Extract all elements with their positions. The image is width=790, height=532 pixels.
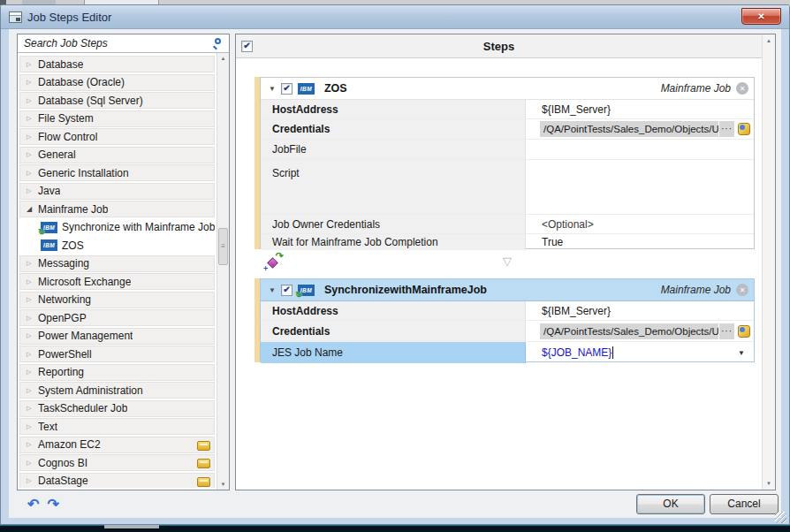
tree-scrollbar[interactable]: ▲ ▼ [216, 53, 229, 490]
expander-icon[interactable]: ▷ [27, 79, 38, 86]
expander-icon[interactable]: ▷ [27, 369, 38, 376]
scroll-up-icon[interactable]: ▲ [217, 56, 229, 61]
expander-icon[interactable]: ▷ [27, 170, 38, 177]
sidebar-item-networking[interactable]: ▷Networking [19, 292, 215, 308]
sidebar-item-taskscheduler-job[interactable]: ▷TaskScheduler Job [19, 400, 215, 417]
tree-scrollbar-thumb[interactable] [218, 228, 228, 265]
redo-button[interactable]: ↷ [47, 497, 58, 513]
expander-icon[interactable]: ▷ [27, 133, 38, 141]
property-value-field[interactable]: /QA/PointTests/Sales_Demo/Objects/UserAc… [526, 119, 754, 139]
sidebar-item-power-management[interactable]: ▷Power Management [19, 328, 215, 345]
property-value-field[interactable]: /QA/PointTests/Sales_Demo/Objects/UserAc… [526, 321, 754, 341]
step-enabled-checkbox[interactable]: ✔ [281, 285, 292, 296]
expander-icon[interactable]: ◢ [27, 205, 38, 213]
collapse-step-icon[interactable]: ▼ [269, 286, 276, 294]
step-enabled-checkbox[interactable]: ✔ [281, 83, 292, 95]
property-value-field[interactable]: True [526, 234, 754, 250]
undo-button[interactable]: ↶ [27, 497, 39, 513]
sidebar-item-general[interactable]: ▷General [19, 147, 215, 163]
sidebar-item-mainframe-job[interactable]: ◢Mainframe Job [19, 201, 215, 217]
sidebar-item-text[interactable]: ▷Text [19, 418, 215, 435]
dropdown-arrow-icon[interactable]: ▼ [738, 349, 750, 357]
sidebar-item-microsoft-exchange[interactable]: ▷Microsoft Exchange [19, 273, 215, 290]
resize-grip[interactable] [775, 512, 786, 523]
credentials-path-field[interactable]: /QA/PointTests/Sales_Demo/Objects/UserAc… [540, 121, 718, 137]
sidebar-item-label: General [38, 148, 76, 161]
collapse-step-icon[interactable]: ▼ [269, 85, 276, 93]
step-card-header[interactable]: ▼ ✔ IBM↻ SynchronizewithMainframeJob Mai… [261, 279, 754, 301]
sidebar-item-messaging[interactable]: ▷Messaging [19, 255, 215, 272]
sidebar-item-file-system[interactable]: ▷File System [19, 110, 215, 127]
expander-icon[interactable]: ▷ [27, 151, 38, 158]
insert-step-zone[interactable]: ↷ + ▽ [260, 252, 755, 277]
expander-icon[interactable]: ▷ [27, 460, 38, 467]
expander-icon[interactable]: ▷ [27, 115, 38, 122]
step-card-stripe [254, 77, 260, 249]
expander-icon[interactable]: ▷ [27, 260, 38, 267]
credentials-icon[interactable] [738, 123, 750, 135]
expander-icon[interactable]: ▷ [27, 332, 38, 339]
step-card-header[interactable]: ▼ ✔ IBM ZOS Mainframe Job ✕ [261, 78, 754, 100]
property-value-field[interactable]: <Optional> [526, 215, 754, 233]
credentials-icon[interactable] [738, 325, 750, 338]
browse-credentials-button[interactable]: ··· [719, 323, 734, 339]
expander-icon[interactable]: ▷ [27, 315, 38, 322]
sidebar-item-database-oracle[interactable]: ▷Database (Oracle) [19, 74, 215, 91]
window-close-button[interactable]: ✕ [741, 8, 781, 25]
property-value-field[interactable]: ${IBM_Server} [526, 301, 754, 320]
sidebar-item-zos[interactable]: IBMZOS [19, 237, 215, 254]
sidebar-item-database[interactable]: ▷Database [19, 56, 215, 72]
search-input[interactable]: Search Job Steps [24, 37, 108, 49]
sidebar-item-powershell[interactable]: ▷PowerShell [19, 346, 215, 362]
browse-credentials-button[interactable]: ··· [719, 121, 734, 137]
sidebar-item-label: Reporting [38, 366, 84, 378]
step-card-zos[interactable]: ▼ ✔ IBM ZOS Mainframe Job ✕ HostAddress … [260, 77, 755, 249]
sidebar-item-label: Cognos BI [38, 457, 87, 469]
jes-job-name-input[interactable]: ${JOB_NAME} ▼ [526, 342, 754, 363]
job-steps-tree-panel: Search Job Steps ▷Database ▷Database (Or… [17, 34, 230, 490]
credentials-path-field[interactable]: /QA/PointTests/Sales_Demo/Objects/UserAc… [540, 323, 718, 339]
expander-icon[interactable]: ▷ [27, 97, 38, 104]
sidebar-item-synchronize-with-mainframe-job[interactable]: IBM↻Synchronize with Mainframe Job [19, 219, 215, 236]
expander-icon[interactable]: ▷ [27, 477, 38, 484]
search-box[interactable]: Search Job Steps [18, 34, 229, 53]
ok-button[interactable]: OK [636, 494, 705, 514]
sidebar-item-openpgp[interactable]: ▷OpenPGP [19, 309, 215, 326]
property-label: JES Job Name [261, 342, 526, 363]
scroll-down-icon[interactable]: ▼ [217, 482, 229, 487]
sidebar-item-reporting[interactable]: ▷Reporting [19, 364, 215, 381]
expander-icon[interactable]: ▷ [27, 423, 38, 430]
property-value-field[interactable]: ${IBM_Server} [526, 100, 754, 118]
expander-icon[interactable]: ▷ [27, 61, 38, 68]
steps-scrollbar[interactable]: ▲ ▼ [762, 34, 775, 490]
expander-icon[interactable]: ▷ [27, 351, 38, 358]
step-title: SynchronizewithMainframeJob [324, 284, 487, 296]
expander-icon[interactable]: ▷ [27, 187, 38, 194]
scroll-down-icon[interactable]: ▼ [763, 481, 775, 486]
property-row: Wait for Mainframe Job Completion True [261, 234, 754, 250]
property-value-field[interactable] [526, 140, 754, 159]
sidebar-item-database-sql-server[interactable]: ▷Database (Sql Server) [19, 92, 215, 109]
sidebar-item-amazon-ec2[interactable]: ▷Amazon EC2 [19, 437, 215, 453]
remove-step-icon[interactable]: ✕ [736, 82, 748, 95]
step-card-synchronizewithmainframejob[interactable]: ▼ ✔ IBM↻ SynchronizewithMainframeJob Mai… [260, 278, 755, 362]
sidebar-item-label: Java [38, 185, 60, 197]
sidebar-item-java[interactable]: ▷Java [19, 183, 215, 200]
expander-icon[interactable]: ▷ [27, 387, 38, 394]
expander-icon[interactable]: ▷ [27, 278, 38, 285]
cancel-button[interactable]: Cancel [710, 494, 779, 514]
property-value-field[interactable] [526, 160, 754, 214]
sidebar-item-datastage[interactable]: ▷DataStage [19, 473, 215, 489]
expander-icon[interactable]: ▷ [27, 441, 38, 448]
sidebar-item-cognos-bi[interactable]: ▷Cognos BI [19, 454, 215, 471]
insert-position-icon: ▽ [260, 255, 755, 268]
scroll-up-icon[interactable]: ▲ [763, 38, 775, 43]
sidebar-item-generic-installation[interactable]: ▷Generic Installation [19, 164, 215, 181]
expander-icon[interactable]: ▷ [27, 405, 38, 412]
expander-icon[interactable]: ▷ [27, 296, 38, 303]
search-icon[interactable] [213, 38, 224, 49]
title-bar[interactable]: Job Steps Editor ✕ [1, 5, 789, 29]
sidebar-item-flow-control[interactable]: ▷Flow Control [19, 128, 215, 145]
remove-step-icon[interactable]: ✕ [736, 284, 748, 296]
sidebar-item-system-administration[interactable]: ▷System Administration [19, 382, 215, 399]
